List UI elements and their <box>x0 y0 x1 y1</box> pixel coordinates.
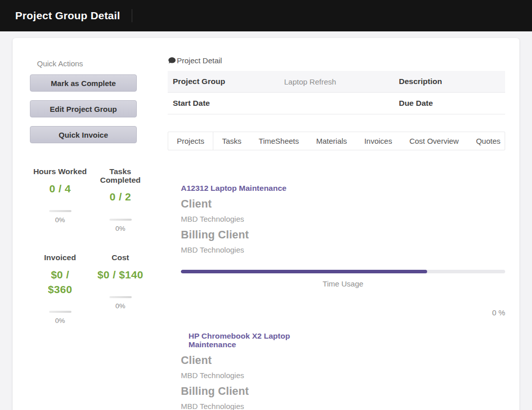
time-usage-label: Time Usage <box>181 279 505 288</box>
stat-percent: 0% <box>90 302 150 310</box>
project-group-value: Laptop Refresh <box>279 71 394 93</box>
project-group-label: Project Group <box>168 71 279 93</box>
stat-label: Invoiced <box>30 254 90 262</box>
tab-cost-overview[interactable]: Cost Overview <box>401 132 468 150</box>
billing-client-heading: Billing Client <box>181 229 505 241</box>
stat-percent: 0% <box>90 225 150 232</box>
progress-track <box>109 296 132 298</box>
stat-value: 0 / 2 <box>90 189 150 204</box>
description-label: Description <box>394 71 505 93</box>
start-date-label: Start Date <box>168 93 279 114</box>
tab-projects[interactable]: Projects <box>168 132 213 150</box>
stat-label: Cost <box>90 254 150 262</box>
title-divider <box>132 9 132 22</box>
project-link[interactable]: HP Chromebook X2 Laptop Maintenance <box>181 332 310 349</box>
tab-timesheets[interactable]: TimeSheets <box>250 132 308 150</box>
stat-invoiced: Invoiced $0 / $360 0% <box>30 254 90 325</box>
quick-actions-label: Quick Actions <box>37 59 155 68</box>
mark-as-complete-button[interactable]: Mark as Complete <box>30 74 137 92</box>
client-heading: Client <box>181 198 505 211</box>
progress-track <box>109 219 132 221</box>
stat-value: $0 / $140 <box>90 267 150 282</box>
stat-percent: 0% <box>30 317 90 324</box>
info-row-2: Start Date Due Date <box>168 93 505 114</box>
project-info-table: Project Group Laptop Refresh Description… <box>168 71 505 114</box>
usage-percent: 0 % <box>181 308 505 317</box>
detail-tabs: Projects Tasks TimeSheets Materials Invo… <box>168 132 505 150</box>
stat-cost: Cost $0 / $140 0% <box>90 254 150 325</box>
top-bar: Project Group Detail <box>0 0 532 31</box>
stat-label: Tasks Completed <box>90 168 150 184</box>
info-row-1: Project Group Laptop Refresh Description <box>168 71 505 93</box>
project-card: HP Chromebook X2 Laptop Maintenance Clie… <box>181 332 505 410</box>
project-detail-section: Project Detail Project Group Laptop Refr… <box>155 38 519 410</box>
stat-tasks-completed: Tasks Completed 0 / 2 0% <box>90 168 150 232</box>
time-usage-fill <box>181 270 427 273</box>
quick-actions-sidebar: Quick Actions Mark as Complete Edit Proj… <box>13 38 155 410</box>
client-name: MBD Technologies <box>181 371 505 380</box>
main-card: Quick Actions Mark as Complete Edit Proj… <box>13 38 519 410</box>
progress-track <box>49 311 71 313</box>
stat-value: 0 / 4 <box>30 181 90 196</box>
time-usage-bar <box>181 270 505 273</box>
due-date-label: Due Date <box>394 93 505 114</box>
stat-value: $0 / $360 <box>39 267 82 297</box>
start-date-value <box>279 93 394 114</box>
project-detail-header: Project Detail <box>168 56 505 65</box>
billing-client-heading: Billing Client <box>181 385 505 398</box>
page-title: Project Group Detail <box>15 10 120 22</box>
tab-materials[interactable]: Materials <box>308 132 356 150</box>
billing-client-name: MBD Technologies <box>181 402 505 410</box>
stats-grid: Hours Worked 0 / 4 0% Tasks Completed 0 … <box>30 168 150 324</box>
project-link[interactable]: A12312 Laptop Maintenance <box>181 184 308 192</box>
stat-percent: 0% <box>30 216 90 224</box>
stat-hours-worked: Hours Worked 0 / 4 0% <box>30 168 90 232</box>
quick-invoice-button[interactable]: Quick Invoice <box>30 126 137 143</box>
stat-label: Hours Worked <box>30 168 90 176</box>
tab-tasks[interactable]: Tasks <box>213 132 250 150</box>
progress-track <box>49 210 71 212</box>
edit-project-group-button[interactable]: Edit Project Group <box>30 100 137 117</box>
comment-icon <box>168 56 176 65</box>
projects-tab-panel: A12312 Laptop Maintenance Client MBD Tec… <box>168 184 505 410</box>
project-card: A12312 Laptop Maintenance Client MBD Tec… <box>181 184 505 317</box>
billing-client-name: MBD Technologies <box>181 245 505 254</box>
client-heading: Client <box>181 354 505 367</box>
tab-quotes[interactable]: Quotes <box>467 132 509 150</box>
project-detail-title: Project Detail <box>177 56 222 65</box>
client-name: MBD Technologies <box>181 215 505 223</box>
tab-invoices[interactable]: Invoices <box>356 132 401 150</box>
